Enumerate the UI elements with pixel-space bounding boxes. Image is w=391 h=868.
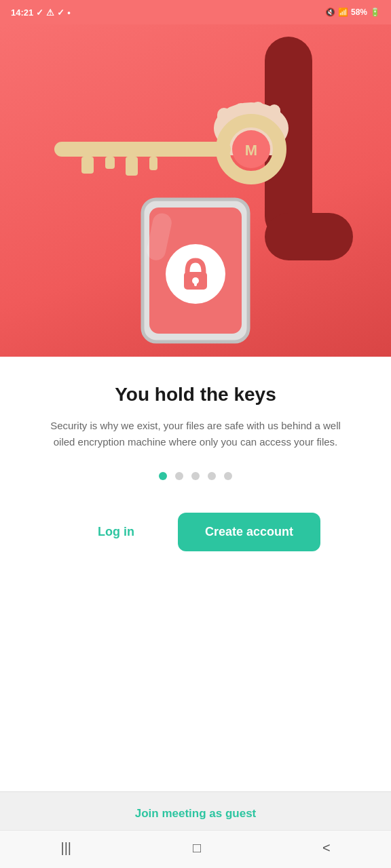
svg-text:M: M	[245, 142, 257, 159]
page-description: Security is why we exist, your files are…	[39, 418, 352, 450]
svg-rect-15	[149, 157, 157, 170]
check-icon: ✓	[36, 7, 43, 18]
signal-icon: 📶	[338, 7, 348, 17]
content-section: You hold the keys Security is why we exi…	[0, 357, 391, 791]
dots-indicator	[159, 472, 232, 480]
battery-icon: 🔋	[370, 7, 380, 17]
svg-rect-12	[81, 157, 94, 174]
time-display: 14:21	[11, 7, 33, 18]
status-bar: 14:21 ✓ ⚠ ✓ • 🔇 📶 58% 🔋	[0, 0, 391, 24]
check2-icon: ✓	[57, 7, 64, 18]
dot-3[interactable]	[191, 472, 200, 480]
svg-rect-13	[105, 157, 115, 169]
svg-rect-8	[54, 142, 231, 157]
back-nav-icon[interactable]: <	[322, 840, 331, 856]
status-right: 🔇 📶 58% 🔋	[325, 7, 380, 17]
mute-icon: 🔇	[325, 7, 335, 17]
login-button[interactable]: Log in	[71, 513, 162, 551]
menu-nav-icon[interactable]: |||	[60, 840, 71, 856]
dot-icon: •	[67, 7, 71, 18]
page-title: You hold the keys	[115, 384, 276, 406]
hero-section: M	[0, 24, 391, 357]
home-nav-icon[interactable]: □	[193, 840, 201, 856]
battery-display: 58%	[351, 7, 367, 17]
warning-icon: ⚠	[46, 7, 54, 18]
dot-2[interactable]	[175, 472, 183, 480]
dot-4[interactable]	[208, 472, 216, 480]
dot-1[interactable]	[159, 472, 167, 480]
svg-rect-22	[194, 281, 197, 286]
bottom-bar: Join meeting as guest	[0, 791, 391, 830]
nav-bar: ||| □ <	[0, 830, 391, 868]
status-left: 14:21 ✓ ⚠ ✓ •	[11, 7, 71, 18]
action-buttons: Log in Create account	[22, 513, 369, 551]
svg-rect-1	[265, 213, 353, 260]
create-account-button[interactable]: Create account	[178, 513, 320, 551]
svg-rect-14	[126, 157, 138, 176]
illustration-svg: M	[0, 37, 391, 344]
dot-5[interactable]	[224, 472, 232, 480]
join-guest-button[interactable]: Join meeting as guest	[135, 803, 257, 825]
